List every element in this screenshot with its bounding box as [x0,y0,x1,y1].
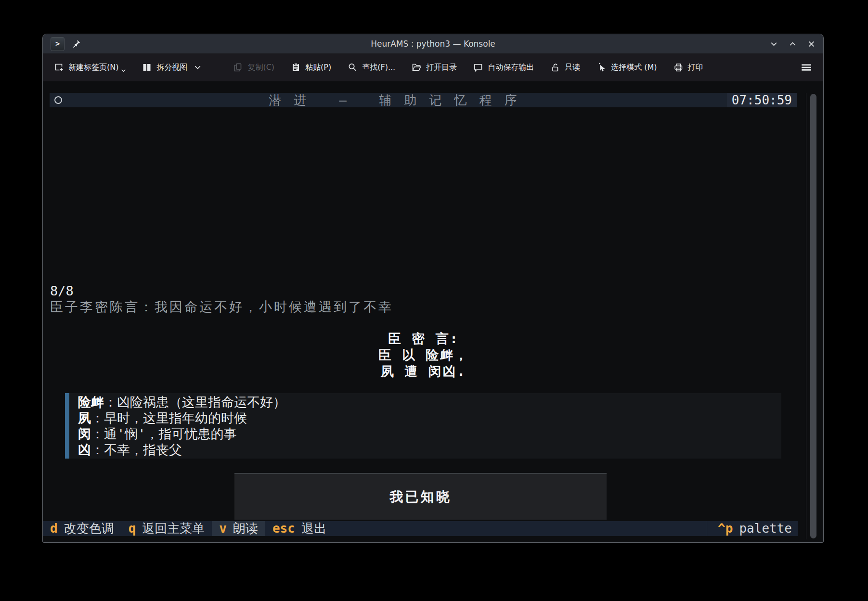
split-view-icon [142,62,152,73]
verse-line: 臣 密 言: [65,331,782,347]
lock-open-icon [550,62,560,73]
konsole-window: > HeurAMS : python3 — Konsole [42,34,824,543]
new-tab-button[interactable]: 新建标签页(N) [53,62,126,73]
tui-clock: 07:50:59 [727,93,797,107]
key-label: v [219,521,227,536]
annotation-definition: ：凶险祸患（这里指命运不好） [104,395,286,409]
new-tab-label: 新建标签页(N) [68,63,118,73]
window-controls [769,39,816,48]
read-only-label: 只读 [565,63,580,73]
paste-button[interactable]: 粘贴(P) [290,62,331,73]
copy-button: 复制(C) [233,62,274,73]
chevron-down-icon [121,69,126,72]
annotation-term: 夙 [78,410,91,425]
split-view-button[interactable]: 拆分视图 [142,62,201,73]
chevron-down-icon [194,65,201,70]
toolbar: 新建标签页(N) 拆分视图 [43,53,823,81]
footer-key-change-theme[interactable]: d 改变色调 [43,521,121,536]
read-only-button[interactable]: 只读 [550,62,580,73]
select-mode-label: 选择模式 (M) [611,63,657,73]
key-description: 返回主菜单 [142,521,205,536]
verse-block: 臣 密 言: 臣 以 险衅， 夙 遭 闵凶. [65,331,782,380]
translation-hint: 臣子李密陈言：我因命运不好，小时候遭遇到了不幸 [50,299,393,315]
annotation-box: 险衅：凶险祸患（这里指命运不好） 夙：早时，这里指年幼的时候 闵：通'悯'，指可… [65,393,781,459]
verse-line: 夙 遭 闵凶. [65,363,782,380]
annotation-line: 闵：通'悯'，指可忧患的事 [78,426,781,442]
tui-header-title: 潜进 – 辅助记忆程序 [107,93,691,107]
minimize-icon[interactable] [769,39,778,48]
app-icon-glyph: > [55,39,60,48]
key-label: esc [272,521,295,536]
scrollbar-thumb[interactable] [810,94,816,538]
close-icon[interactable] [807,39,816,48]
annotation-term: 闵 [78,426,91,441]
progress-counter: 8/8 [50,283,74,299]
annotation-line: 夙：早时，这里指年幼的时候 [78,410,781,426]
terminal-viewport: 潜进 – 辅助记忆程序 07:50:59 8/8 臣子李密陈言：我因命运不好，小… [43,81,823,542]
open-directory-label: 打开目录 [426,63,457,73]
key-label: d [50,521,58,536]
select-mode-button[interactable]: 选择模式 (M) [596,62,657,73]
maximize-icon[interactable] [788,39,797,48]
acknowledge-button[interactable]: 我已知晓 [234,473,607,520]
footer-palette[interactable]: ^p palette [707,521,798,536]
printer-icon [673,62,684,73]
palette-description: palette [739,521,792,536]
copy-label: 复制(C) [247,63,274,73]
hamburger-menu-icon[interactable] [800,62,813,73]
verse-line: 臣 以 险衅， [65,347,782,363]
autosave-output-button[interactable]: 自动保存输出 [473,62,534,73]
autosave-output-label: 自动保存输出 [488,63,534,73]
annotation-definition: ：不幸，指丧父 [91,442,182,457]
paste-icon [290,62,301,73]
tui-footer: d 改变色调 q 返回主菜单 v 朗读 esc 退出 ^p palette [43,521,798,536]
print-label: 打印 [688,63,703,73]
annotation-definition: ：通'悯'，指可忧患的事 [91,426,237,441]
find-label: 查找(F)... [362,63,395,73]
annotation-term: 险衅 [78,395,104,409]
annotation-term: 凶 [78,442,91,457]
annotation-line: 险衅：凶险祸患（这里指命运不好） [78,394,781,410]
footer-key-read-aloud[interactable]: v 朗读 [212,521,265,536]
konsole-app-icon[interactable]: > [51,37,65,51]
scrollbar-track[interactable] [806,93,822,539]
split-view-label: 拆分视图 [156,63,187,73]
key-description: 退出 [301,521,326,536]
footer-key-quit[interactable]: esc 退出 [265,521,334,536]
key-description: 改变色调 [64,521,114,536]
new-tab-icon [53,62,64,73]
copy-icon [233,62,243,73]
tui-header: 潜进 – 辅助记忆程序 07:50:59 [50,93,797,107]
key-label: q [129,521,136,536]
window-title: HeurAMS : python3 — Konsole [139,39,727,49]
print-button[interactable]: 打印 [673,62,703,73]
open-directory-button[interactable]: 打开目录 [411,62,457,73]
footer-key-main-menu[interactable]: q 返回主菜单 [121,521,212,536]
cursor-icon [596,62,607,73]
annotation-line: 凶：不幸，指丧父 [78,442,781,458]
palette-key-label: ^p [718,521,733,536]
folder-icon [411,62,422,73]
search-icon [347,62,358,73]
paste-label: 粘贴(P) [305,63,331,73]
titlebar: > HeurAMS : python3 — Konsole [43,34,823,53]
find-button[interactable]: 查找(F)... [347,62,395,73]
annotation-definition: ：早时，这里指年幼的时候 [91,410,247,425]
pin-icon[interactable] [71,39,81,49]
header-circle-icon [54,96,62,104]
key-description: 朗读 [233,521,258,536]
output-bubble-icon [473,62,483,73]
